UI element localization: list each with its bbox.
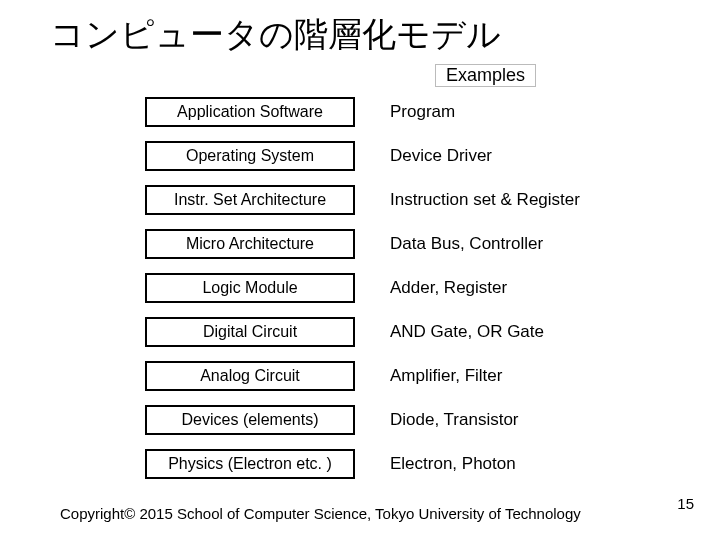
- layer-row: Operating System Device Driver: [0, 134, 720, 178]
- layer-example: Program: [390, 102, 455, 122]
- layer-name: Logic Module: [145, 273, 355, 303]
- page-number: 15: [677, 495, 694, 512]
- layer-example: Device Driver: [390, 146, 492, 166]
- layer-example: Instruction set & Register: [390, 190, 580, 210]
- layer-row: Micro Architecture Data Bus, Controller: [0, 222, 720, 266]
- layer-row: Logic Module Adder, Register: [0, 266, 720, 310]
- layer-example: Data Bus, Controller: [390, 234, 543, 254]
- copyright-text: Copyright© 2015 School of Computer Scien…: [60, 505, 581, 522]
- layer-name: Devices (elements): [145, 405, 355, 435]
- layer-row: Devices (elements) Diode, Transistor: [0, 398, 720, 442]
- layer-name: Application Software: [145, 97, 355, 127]
- layer-example: Electron, Photon: [390, 454, 516, 474]
- layer-row: Digital Circuit AND Gate, OR Gate: [0, 310, 720, 354]
- layer-example: Amplifier, Filter: [390, 366, 502, 386]
- layer-name: Digital Circuit: [145, 317, 355, 347]
- examples-header: Examples: [435, 64, 536, 87]
- layer-name: Instr. Set Architecture: [145, 185, 355, 215]
- layer-example: Diode, Transistor: [390, 410, 519, 430]
- layer-name: Physics (Electron etc. ): [145, 449, 355, 479]
- layer-example: Adder, Register: [390, 278, 507, 298]
- layer-name: Operating System: [145, 141, 355, 171]
- layer-row: Instr. Set Architecture Instruction set …: [0, 178, 720, 222]
- layer-row: Application Software Program: [0, 90, 720, 134]
- layer-example: AND Gate, OR Gate: [390, 322, 544, 342]
- layer-row: Analog Circuit Amplifier, Filter: [0, 354, 720, 398]
- layer-table: Application Software Program Operating S…: [0, 90, 720, 486]
- layer-row: Physics (Electron etc. ) Electron, Photo…: [0, 442, 720, 486]
- layer-name: Analog Circuit: [145, 361, 355, 391]
- slide-title: コンピュータの階層化モデル: [0, 0, 720, 58]
- layer-name: Micro Architecture: [145, 229, 355, 259]
